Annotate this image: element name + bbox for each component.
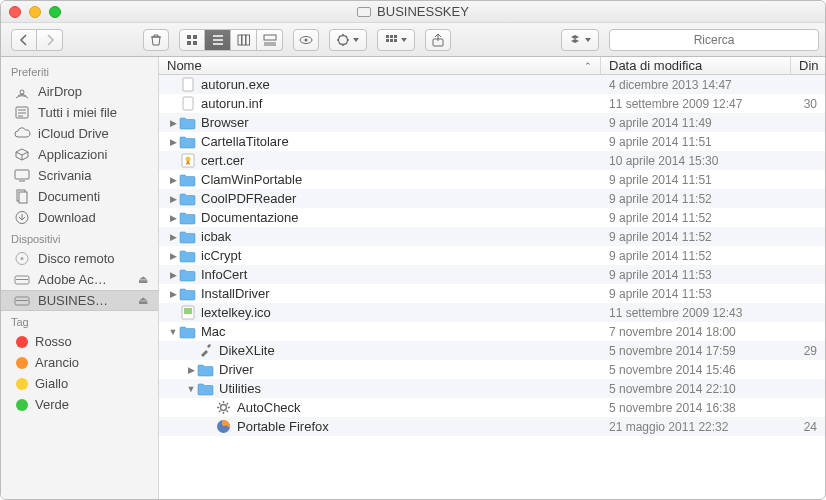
file-date: 11 settembre 2009 12:47 — [601, 97, 791, 111]
folder-icon — [179, 268, 196, 282]
search-input[interactable] — [609, 29, 819, 51]
view-coverflow-button[interactable] — [257, 29, 283, 51]
view-list-button[interactable] — [205, 29, 231, 51]
svg-rect-14 — [386, 39, 389, 42]
file-row[interactable]: AutoCheck5 novembre 2014 16:38 — [159, 398, 825, 417]
file-row[interactable]: ▶Browser9 aprile 2014 11:49 — [159, 113, 825, 132]
disclosure-triangle-icon[interactable]: ▶ — [167, 232, 179, 242]
svg-rect-4 — [238, 35, 242, 45]
sidebar-item[interactable]: iCloud Drive — [1, 123, 158, 144]
file-name: InstallDriver — [201, 286, 270, 301]
file-date: 9 aprile 2014 11:51 — [601, 135, 791, 149]
file-row[interactable]: autorun.inf11 settembre 2009 12:4730 — [159, 94, 825, 113]
svg-point-36 — [221, 405, 227, 411]
file-row[interactable]: cert.cer10 aprile 2014 15:30 — [159, 151, 825, 170]
eject-icon[interactable]: ⏏ — [138, 273, 148, 286]
file-list[interactable]: autorun.exe4 dicembre 2013 14:47autorun.… — [159, 75, 825, 500]
view-columns-button[interactable] — [231, 29, 257, 51]
file-row[interactable]: ▶CoolPDFReader9 aprile 2014 11:52 — [159, 189, 825, 208]
sidebar-item[interactable]: Disco remoto — [1, 248, 158, 269]
column-header-name[interactable]: Nome ⌃ — [159, 57, 601, 74]
svg-point-25 — [21, 257, 24, 260]
disclosure-triangle-icon[interactable]: ▶ — [167, 137, 179, 147]
forward-button[interactable] — [37, 29, 63, 51]
view-icons-button[interactable] — [179, 29, 205, 51]
disclosure-triangle-icon[interactable]: ▼ — [167, 327, 179, 337]
arrange-menu-button[interactable] — [377, 29, 415, 51]
file-date: 5 novembre 2014 16:38 — [601, 401, 791, 415]
airdrop-icon — [13, 84, 31, 99]
svg-rect-6 — [246, 35, 250, 45]
file-row[interactable]: ▶CartellaTitolare9 aprile 2014 11:51 — [159, 132, 825, 151]
column-header-date[interactable]: Data di modifica — [601, 57, 791, 74]
file-row[interactable]: ▶Driver5 novembre 2014 15:46 — [159, 360, 825, 379]
sidebar-item[interactable]: Applicazioni — [1, 144, 158, 165]
column-header-size[interactable]: Din — [791, 57, 825, 74]
disclosure-triangle-icon[interactable]: ▶ — [167, 118, 179, 128]
file-row[interactable]: ▶Documentazione9 aprile 2014 11:52 — [159, 208, 825, 227]
share-button[interactable] — [425, 29, 451, 51]
back-button[interactable] — [11, 29, 37, 51]
action-menu-button[interactable] — [329, 29, 367, 51]
file-row[interactable]: ▶InstallDriver9 aprile 2014 11:53 — [159, 284, 825, 303]
svg-rect-29 — [16, 300, 28, 301]
file-row[interactable]: ▶icCrypt9 aprile 2014 11:52 — [159, 246, 825, 265]
file-row[interactable]: lextelkey.ico11 settembre 2009 12:43 — [159, 303, 825, 322]
sidebar-item[interactable]: AirDrop — [1, 81, 158, 102]
file-name: DikeXLite — [219, 343, 275, 358]
sidebar-item[interactable]: Download — [1, 207, 158, 228]
file-row[interactable]: ▼Utilities5 novembre 2014 22:10 — [159, 379, 825, 398]
svg-rect-22 — [19, 192, 27, 203]
sidebar-item[interactable]: Documenti — [1, 186, 158, 207]
eject-icon[interactable]: ⏏ — [138, 294, 148, 307]
sidebar-item[interactable]: Verde — [1, 394, 158, 415]
disclosure-triangle-icon[interactable]: ▶ — [167, 194, 179, 204]
folder-icon — [179, 192, 196, 206]
file-date: 7 novembre 2014 18:00 — [601, 325, 791, 339]
file-row[interactable]: ▶ClamWinPortable9 aprile 2014 11:51 — [159, 170, 825, 189]
file-name: cert.cer — [201, 153, 244, 168]
sidebar-item[interactable]: Adobe Ac…⏏ — [1, 269, 158, 290]
svg-rect-13 — [394, 35, 397, 38]
svg-rect-1 — [193, 35, 197, 39]
file-row[interactable]: ▶InfoCert9 aprile 2014 11:53 — [159, 265, 825, 284]
sidebar-item[interactable]: Giallo — [1, 373, 158, 394]
minimize-window-button[interactable] — [29, 6, 41, 18]
sidebar-item-label: Applicazioni — [38, 147, 107, 162]
disclosure-triangle-icon[interactable]: ▶ — [167, 213, 179, 223]
disclosure-triangle-icon[interactable]: ▶ — [167, 175, 179, 185]
file-row[interactable]: ▼Mac7 novembre 2014 18:00 — [159, 322, 825, 341]
sidebar-item[interactable]: Rosso — [1, 331, 158, 352]
svg-rect-16 — [394, 39, 397, 42]
file-row[interactable]: autorun.exe4 dicembre 2013 14:47 — [159, 75, 825, 94]
svg-rect-30 — [183, 78, 193, 91]
zoom-window-button[interactable] — [49, 6, 61, 18]
file-icon — [197, 344, 214, 358]
file-date: 9 aprile 2014 11:52 — [601, 230, 791, 244]
file-row[interactable]: DikeXLite5 novembre 2014 17:5929 — [159, 341, 825, 360]
quicklook-button[interactable] — [293, 29, 319, 51]
sidebar-item-label: Rosso — [35, 334, 72, 349]
sidebar-item[interactable]: Arancio — [1, 352, 158, 373]
file-date: 10 aprile 2014 15:30 — [601, 154, 791, 168]
disclosure-triangle-icon[interactable]: ▶ — [167, 289, 179, 299]
file-row[interactable]: Portable Firefox21 maggio 2011 22:3224 — [159, 417, 825, 436]
sidebar-heading: Tag — [1, 311, 158, 331]
file-date: 5 novembre 2014 15:46 — [601, 363, 791, 377]
file-date: 9 aprile 2014 11:52 — [601, 249, 791, 263]
disclosure-triangle-icon[interactable]: ▶ — [167, 251, 179, 261]
dropbox-menu-button[interactable] — [561, 29, 599, 51]
sidebar-item[interactable]: BUSINES…⏏ — [1, 290, 158, 311]
disclosure-triangle-icon[interactable]: ▼ — [185, 384, 197, 394]
file-name: InfoCert — [201, 267, 247, 282]
file-row[interactable]: ▶icbak9 aprile 2014 11:52 — [159, 227, 825, 246]
disclosure-triangle-icon[interactable]: ▶ — [185, 365, 197, 375]
sidebar-item[interactable]: Tutti i miei file — [1, 102, 158, 123]
close-window-button[interactable] — [9, 6, 21, 18]
file-icon — [215, 401, 232, 415]
trash-button[interactable] — [143, 29, 169, 51]
sidebar-item-label: AirDrop — [38, 84, 82, 99]
disclosure-triangle-icon[interactable]: ▶ — [167, 270, 179, 280]
file-name: autorun.exe — [201, 77, 270, 92]
sidebar-item[interactable]: Scrivania — [1, 165, 158, 186]
